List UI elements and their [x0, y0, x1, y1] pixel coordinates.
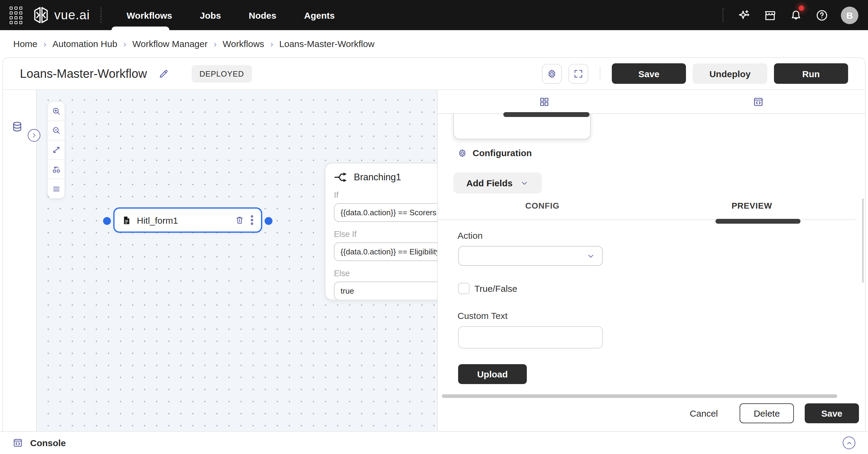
app-window: vue.ai Workflows Jobs Nodes Agents	[0, 0, 868, 454]
else-condition-input[interactable]: true	[334, 281, 437, 300]
cancel-button[interactable]: Cancel	[690, 408, 718, 418]
horizontal-scrollbar[interactable]	[442, 394, 837, 398]
breadcrumb-automation-hub[interactable]: Automation Hub	[53, 38, 117, 49]
logo-mark-icon	[33, 7, 49, 24]
document-icon	[122, 215, 131, 225]
tab-preview[interactable]: PREVIEW	[647, 201, 857, 219]
breadcrumb-separator: ›	[123, 38, 126, 49]
console-bar: Console	[0, 431, 868, 454]
help-icon[interactable]	[815, 8, 828, 22]
sparkle-icon[interactable]	[737, 8, 750, 22]
breadcrumb-current: Loans-Master-Workflow	[279, 38, 375, 49]
code-view-icon	[753, 96, 764, 107]
workflow-settings-button[interactable]	[542, 64, 562, 84]
chevron-down-icon	[521, 179, 529, 187]
console-collapse-button[interactable]	[843, 436, 855, 449]
delete-button[interactable]: Delete	[740, 403, 794, 423]
workflow-canvas[interactable]: Hitl_form1	[37, 90, 437, 431]
node-title: Branching1	[354, 172, 401, 183]
chevron-down-icon	[587, 252, 595, 260]
page-title: Loans-Master-Workflow	[20, 67, 147, 81]
node-config-panel: Configuration Add Fields CONFIG PREVIEW …	[437, 90, 865, 431]
if-label: If	[334, 190, 437, 200]
auto-layout-icon[interactable]	[48, 160, 64, 179]
nav-item-jobs[interactable]: Jobs	[200, 10, 221, 20]
edit-title-icon[interactable]	[158, 68, 169, 79]
node-label: Hitl_form1	[137, 215, 229, 225]
truefalse-label: True/False	[474, 283, 517, 294]
header-separator	[600, 66, 600, 81]
run-button[interactable]: Run	[774, 63, 848, 84]
expand-rail-button[interactable]	[28, 129, 40, 142]
action-select[interactable]	[458, 246, 603, 266]
branch-icon	[334, 172, 347, 183]
undeploy-button[interactable]: Undeploy	[692, 63, 767, 84]
breadcrumb-separator: ›	[270, 38, 273, 49]
configuration-label: Configuration	[472, 148, 532, 158]
workflow-workarea: Hitl_form1	[3, 90, 865, 431]
brand-logo[interactable]: vue.ai	[33, 7, 90, 24]
config-preview-tabs: CONFIG PREVIEW	[438, 201, 857, 220]
if-condition-input[interactable]: {{data.0.action}} == Scorers	[334, 203, 437, 222]
chevron-up-icon	[845, 439, 852, 447]
breadcrumb-home[interactable]: Home	[13, 38, 37, 49]
node-kebab-menu-icon[interactable]	[250, 215, 254, 225]
elseif-condition-input[interactable]: {{data.0.action}} == Eligibility	[334, 242, 437, 261]
nav-active-indicator	[112, 27, 169, 30]
fit-view-icon[interactable]	[48, 141, 64, 160]
canvas-menu-icon[interactable]	[48, 179, 64, 199]
grid-view-icon	[539, 96, 550, 107]
customtext-label: Custom Text	[458, 310, 507, 321]
top-navbar: vue.ai Workflows Jobs Nodes Agents	[0, 0, 868, 30]
fullscreen-button[interactable]	[568, 64, 588, 84]
node-output-handle[interactable]	[265, 217, 273, 225]
breadcrumb-workflow-manager[interactable]: Workflow Manager	[132, 38, 208, 49]
logo-text: vue.ai	[54, 8, 90, 22]
canvas-toolbar	[48, 102, 64, 199]
customtext-input[interactable]	[458, 326, 603, 349]
node-hitl-form1[interactable]: Hitl_form1	[113, 207, 262, 233]
breadcrumb: Home › Automation Hub › Workflow Manager…	[0, 30, 868, 57]
gear-icon	[458, 148, 467, 158]
apps-grid-icon[interactable]	[10, 6, 22, 24]
notification-badge	[799, 5, 804, 11]
nav-item-nodes[interactable]: Nodes	[249, 10, 276, 20]
tab-form-view[interactable]	[438, 90, 651, 113]
zoom-in-icon[interactable]	[48, 102, 64, 121]
breadcrumb-workflows[interactable]: Workflows	[223, 38, 264, 49]
header-actions: Save Undeploy Run	[542, 63, 848, 84]
node-branching1[interactable]: Branching1 If {{data.0.action}} == Score…	[325, 163, 437, 300]
upload-button[interactable]: Upload	[458, 364, 527, 384]
status-badge: DEPLOYED	[192, 65, 252, 82]
console-label: Console	[30, 438, 66, 448]
vertical-scrollbar[interactable]	[862, 199, 864, 283]
navbar-right-divider	[723, 8, 723, 22]
nav-item-agents[interactable]: Agents	[304, 10, 335, 20]
add-fields-button[interactable]: Add Fields	[453, 173, 542, 193]
zoom-out-icon[interactable]	[48, 121, 64, 141]
navbar-divider	[101, 7, 101, 23]
panel-save-button[interactable]: Save	[805, 403, 859, 423]
save-workflow-button[interactable]: Save	[612, 63, 686, 84]
breadcrumb-separator: ›	[214, 38, 217, 49]
breadcrumb-separator: ›	[43, 38, 46, 49]
tab-config[interactable]: CONFIG	[438, 201, 647, 219]
navbar-actions: B	[723, 6, 858, 24]
database-icon[interactable]	[11, 121, 23, 133]
node-input-handle[interactable]	[103, 217, 111, 225]
notifications-bell-icon[interactable]	[789, 8, 802, 22]
marketplace-icon[interactable]	[763, 8, 776, 22]
add-fields-label: Add Fields	[466, 178, 513, 188]
active-view-indicator	[503, 112, 590, 117]
configuration-heading: Configuration	[458, 148, 532, 158]
panel-view-tabbar	[438, 90, 865, 114]
elseif-label: Else If	[334, 230, 437, 239]
workflow-editor-card: Loans-Master-Workflow DEPLOYED	[2, 57, 866, 431]
delete-node-icon[interactable]	[235, 215, 244, 225]
tab-code-view[interactable]	[651, 90, 865, 113]
workflow-header: Loans-Master-Workflow DEPLOYED	[3, 58, 865, 90]
action-label: Action	[458, 230, 483, 241]
user-avatar[interactable]: B	[841, 6, 858, 24]
truefalse-checkbox[interactable]	[458, 283, 470, 294]
nav-item-workflows[interactable]: Workflows	[127, 10, 172, 20]
